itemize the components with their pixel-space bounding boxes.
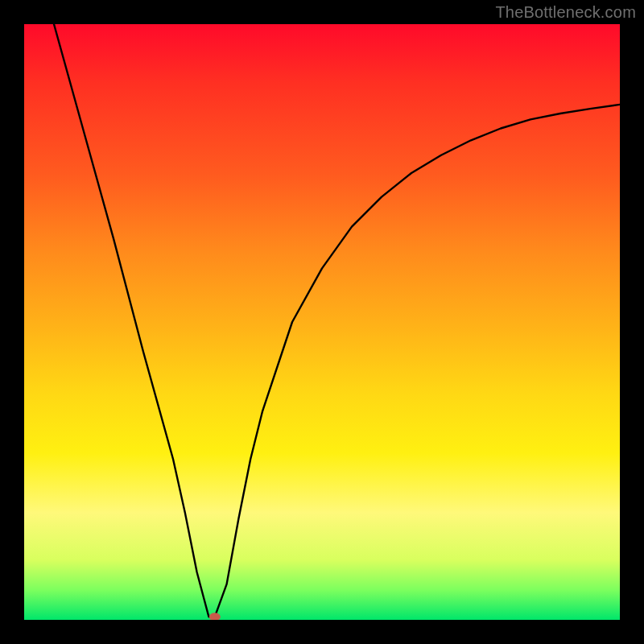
plot-area [24,24,620,620]
bottleneck-curve [24,24,620,620]
chart-frame: TheBottleneck.com [0,0,644,644]
watermark-text: TheBottleneck.com [495,3,636,22]
min-marker [209,613,221,620]
